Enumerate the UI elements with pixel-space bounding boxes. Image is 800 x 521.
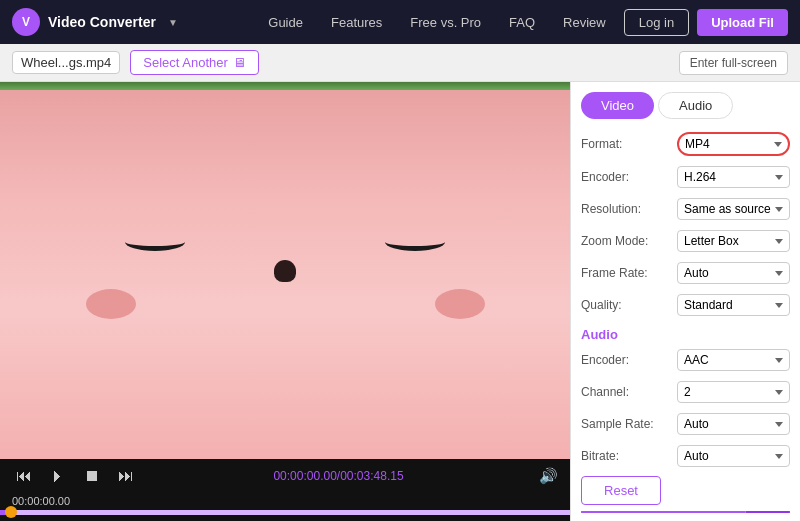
video-controls: ⏮ ⏵ ⏹ ⏭ 00:00:00.00/00:03:48.15 🔊: [0, 459, 570, 493]
video-area: ⏮ ⏵ ⏹ ⏭ 00:00:00.00/00:03:48.15 🔊 00:00:…: [0, 82, 570, 521]
save-button-row: Save 🕐: [581, 511, 790, 513]
volume-icon[interactable]: 🔊: [539, 467, 558, 485]
encoder-label: Encoder:: [581, 170, 671, 184]
monitor-icon: 🖥: [233, 55, 246, 70]
video-frame: [0, 82, 570, 459]
progress-area: 00:00:00.00: [0, 493, 570, 521]
format-label: Format:: [581, 137, 671, 151]
tab-audio[interactable]: Audio: [658, 92, 733, 119]
nav-review[interactable]: Review: [553, 15, 616, 30]
app-logo: V: [12, 8, 40, 36]
resolution-row: Resolution: Same as source: [571, 193, 800, 225]
reset-button[interactable]: Reset: [581, 476, 661, 505]
samplerate-label: Sample Rate:: [581, 417, 671, 431]
channel-row: Channel: 2: [571, 376, 800, 408]
tab-row: Video Audio: [571, 82, 800, 127]
framerate-row: Frame Rate: Auto: [571, 257, 800, 289]
zoom-row: Zoom Mode: Letter Box: [571, 225, 800, 257]
blush-left: [86, 289, 136, 319]
resolution-label: Resolution:: [581, 202, 671, 216]
eye-left: [125, 233, 185, 251]
quality-label: Quality:: [581, 298, 671, 312]
fullscreen-button[interactable]: Enter full-screen: [679, 51, 788, 75]
current-time: 00:00:00.00: [273, 469, 336, 483]
format-select-wrap: MP4: [677, 132, 790, 156]
toolbar: Wheel...gs.mp4 Select Another 🖥 Enter fu…: [0, 44, 800, 82]
brand-name: Video Converter: [48, 14, 156, 30]
nav-faq[interactable]: FAQ: [499, 15, 545, 30]
save-clock-button[interactable]: 🕐: [745, 511, 790, 513]
framerate-label: Frame Rate:: [581, 266, 671, 280]
encoder-row: Encoder: H.264: [571, 161, 800, 193]
channel-select[interactable]: 2: [677, 381, 790, 403]
quality-row: Quality: Standard: [571, 289, 800, 321]
fast-forward-button[interactable]: ⏭: [114, 465, 138, 487]
eye-right: [385, 233, 445, 251]
samplerate-select[interactable]: Auto: [677, 413, 790, 435]
bitrate-row: Bitrate: Auto: [571, 440, 800, 472]
save-button[interactable]: Save: [581, 511, 745, 513]
format-select[interactable]: MP4: [677, 132, 790, 156]
time-display: 00:00:00.00/00:03:48.15: [148, 469, 529, 483]
progress-time-label: 00:00:00.00: [0, 495, 570, 507]
nav-guide[interactable]: Guide: [258, 15, 313, 30]
select-another-button[interactable]: Select Another 🖥: [130, 50, 259, 75]
audio-section-label: Audio: [571, 321, 800, 344]
nose: [274, 260, 296, 282]
login-button[interactable]: Log in: [624, 9, 689, 36]
format-row: Format: MP4: [571, 127, 800, 161]
zoom-select[interactable]: Letter Box: [677, 230, 790, 252]
audio-encoder-row: Encoder: AAC: [571, 344, 800, 376]
brand-chevron[interactable]: ▼: [168, 17, 178, 28]
rewind-button[interactable]: ⏮: [12, 465, 36, 487]
zoom-label: Zoom Mode:: [581, 234, 671, 248]
bitrate-label: Bitrate:: [581, 449, 671, 463]
upload-button[interactable]: Upload Fil: [697, 9, 788, 36]
resolution-select[interactable]: Same as source: [677, 198, 790, 220]
navbar: V Video Converter ▼ Guide Features Free …: [0, 0, 800, 44]
nav-features[interactable]: Features: [321, 15, 392, 30]
main-area: ⏮ ⏵ ⏹ ⏭ 00:00:00.00/00:03:48.15 🔊 00:00:…: [0, 82, 800, 521]
play-button[interactable]: ⏵: [46, 465, 70, 487]
samplerate-row: Sample Rate: Auto: [571, 408, 800, 440]
nav-free-vs-pro[interactable]: Free vs. Pro: [400, 15, 491, 30]
framerate-select[interactable]: Auto: [677, 262, 790, 284]
progress-handle[interactable]: [5, 506, 17, 518]
watermelon-top: [0, 82, 570, 90]
settings-panel: Video Audio Format: MP4 Encoder: H.264 R…: [570, 82, 800, 521]
blush-right: [435, 289, 485, 319]
quality-select[interactable]: Standard: [677, 294, 790, 316]
total-time: 00:03:48.15: [340, 469, 403, 483]
audio-encoder-select[interactable]: AAC: [677, 349, 790, 371]
video-preview: [0, 82, 570, 459]
audio-encoder-label: Encoder:: [581, 353, 671, 367]
tab-video[interactable]: Video: [581, 92, 654, 119]
bitrate-select[interactable]: Auto: [677, 445, 790, 467]
channel-label: Channel:: [581, 385, 671, 399]
stop-button[interactable]: ⏹: [80, 465, 104, 487]
encoder-select[interactable]: H.264: [677, 166, 790, 188]
file-name-label: Wheel...gs.mp4: [12, 51, 120, 74]
progress-bar[interactable]: [0, 510, 570, 515]
